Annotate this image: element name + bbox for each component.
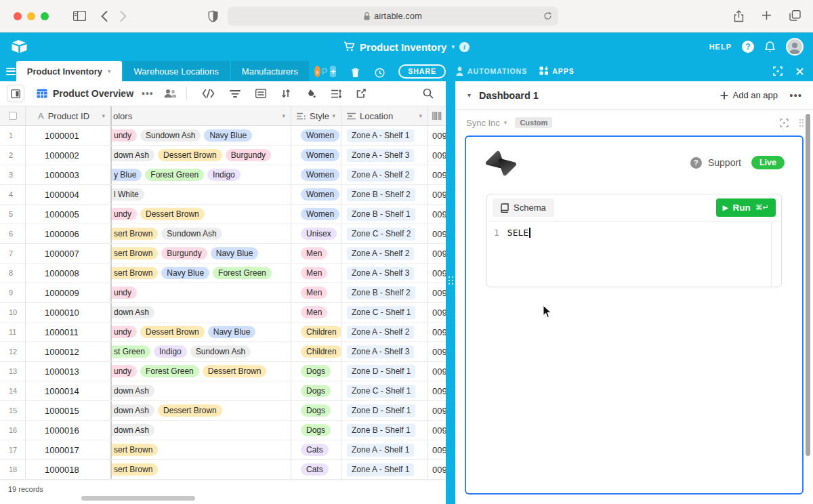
barcode-cell[interactable]: 00956 bbox=[428, 224, 446, 243]
scroll-tabs-right-icon[interactable]: › bbox=[314, 66, 320, 77]
colors-cell[interactable]: y BlueForest GreenIndigo bbox=[112, 165, 291, 184]
vertical-scrollbar[interactable] bbox=[806, 114, 810, 456]
barcode-cell[interactable]: 00973 bbox=[428, 244, 446, 263]
style-cell[interactable]: Women bbox=[291, 165, 341, 184]
minimize-window-button[interactable] bbox=[27, 12, 35, 20]
color-icon[interactable] bbox=[306, 89, 316, 98]
row-number[interactable]: 17 bbox=[0, 440, 26, 459]
trash-icon[interactable] bbox=[351, 68, 360, 78]
tab-product-inventory[interactable]: Product Inventory ▾ bbox=[16, 61, 122, 81]
column-header-location[interactable]: Location ▾ bbox=[341, 106, 428, 125]
barcode-cell[interactable]: 00921 bbox=[428, 126, 446, 145]
hide-fields-icon[interactable] bbox=[202, 89, 215, 98]
product-id-cell[interactable]: 1000006 bbox=[26, 224, 112, 243]
row-number[interactable]: 18 bbox=[0, 460, 26, 479]
colors-cell[interactable]: undyDessert Brown bbox=[112, 205, 291, 224]
location-cell[interactable]: Zone A - Shelf 2 bbox=[341, 244, 428, 263]
row-number[interactable]: 12 bbox=[0, 342, 26, 361]
barcode-cell[interactable]: 00934 bbox=[428, 440, 446, 459]
row-number[interactable]: 1 bbox=[0, 126, 26, 145]
horizontal-scrollbar[interactable] bbox=[81, 496, 195, 501]
row-number[interactable]: 6 bbox=[0, 224, 26, 243]
checkbox[interactable] bbox=[9, 112, 17, 120]
location-cell[interactable]: Zone B - Shelf 2 bbox=[341, 185, 428, 204]
row-number[interactable]: 10 bbox=[0, 303, 26, 322]
colors-cell[interactable]: l White bbox=[112, 185, 291, 204]
sort-icon[interactable] bbox=[281, 89, 291, 98]
barcode-cell[interactable]: 00961 bbox=[428, 205, 446, 224]
row-height-icon[interactable] bbox=[331, 89, 341, 98]
add-table-icon[interactable]: + bbox=[330, 66, 336, 77]
info-icon[interactable]: i bbox=[459, 42, 470, 52]
schema-button[interactable]: Schema bbox=[493, 198, 554, 217]
colors-cell[interactable]: down Ash bbox=[112, 421, 291, 440]
location-cell[interactable]: Zone A - Shelf 1 bbox=[341, 126, 428, 145]
location-cell[interactable]: Zone C - Shelf 1 bbox=[341, 303, 428, 322]
barcode-cell[interactable]: 00977 bbox=[428, 342, 446, 361]
column-header-product-id[interactable]: A Product ID ▾ bbox=[26, 106, 112, 125]
add-app-button[interactable]: Add an app bbox=[720, 90, 778, 100]
row-number[interactable]: 11 bbox=[0, 322, 26, 341]
style-cell[interactable]: Men bbox=[291, 283, 341, 302]
style-cell[interactable]: Dogs bbox=[291, 362, 341, 381]
collaborators-icon[interactable] bbox=[163, 89, 177, 98]
reload-icon[interactable] bbox=[543, 12, 552, 20]
colors-cell[interactable]: undyDessert BrownNavy Blue bbox=[112, 322, 291, 341]
zoom-window-button[interactable] bbox=[41, 12, 49, 20]
close-panel-icon[interactable] bbox=[796, 68, 804, 75]
colors-cell[interactable]: st GreenIndigoSundown Ash bbox=[112, 342, 291, 361]
product-id-cell[interactable]: 1000007 bbox=[26, 244, 112, 263]
barcode-cell[interactable]: 00973 bbox=[428, 381, 446, 400]
barcode-cell[interactable]: 00978 bbox=[428, 322, 446, 341]
location-cell[interactable]: Zone D - Shelf 1 bbox=[341, 362, 428, 381]
group-icon[interactable] bbox=[255, 89, 266, 98]
browser-forward-icon[interactable] bbox=[120, 11, 127, 22]
colors-cell[interactable]: down Ash bbox=[112, 303, 291, 322]
product-id-cell[interactable]: 1000014 bbox=[26, 381, 112, 400]
dashboard-menu-icon[interactable]: ••• bbox=[789, 89, 802, 101]
product-id-cell[interactable]: 1000005 bbox=[26, 205, 112, 224]
automations-button[interactable]: AUTOMATIONS bbox=[455, 66, 527, 76]
colors-cell[interactable]: undySundown AshNavy Blue bbox=[112, 126, 291, 145]
help-label[interactable]: HELP bbox=[709, 43, 732, 51]
style-cell[interactable]: Men bbox=[291, 303, 341, 322]
style-cell[interactable]: Children bbox=[291, 342, 341, 361]
pane-resize-handle[interactable] bbox=[446, 81, 455, 504]
style-cell[interactable]: Dogs bbox=[291, 401, 341, 420]
row-number[interactable]: 15 bbox=[0, 401, 26, 420]
user-avatar[interactable] bbox=[786, 38, 804, 56]
browser-sidebar-icon[interactable] bbox=[73, 11, 86, 21]
privacy-shield-icon[interactable] bbox=[208, 10, 218, 22]
barcode-cell[interactable]: 00934 bbox=[428, 421, 446, 440]
barcode-cell[interactable]: 00962 bbox=[428, 303, 446, 322]
product-id-cell[interactable]: 1000011 bbox=[26, 322, 112, 341]
row-number[interactable]: 2 bbox=[0, 146, 26, 165]
barcode-cell[interactable]: 00966 bbox=[428, 146, 446, 165]
barcode-cell[interactable]: 00973 bbox=[428, 460, 446, 479]
barcode-cell[interactable]: 00963 bbox=[428, 185, 446, 204]
barcode-cell[interactable]: 00947 bbox=[428, 283, 446, 302]
colors-cell[interactable]: sert Brown bbox=[112, 440, 291, 459]
product-id-cell[interactable]: 1000018 bbox=[26, 460, 112, 479]
drag-app-grip-icon[interactable] bbox=[799, 119, 804, 127]
style-cell[interactable]: Women bbox=[291, 146, 341, 165]
dashboard-title[interactable]: Dashboard 1 bbox=[479, 90, 539, 101]
filter-icon[interactable] bbox=[230, 89, 241, 98]
clipped-tab-label[interactable]: Pu bbox=[322, 66, 327, 77]
apps-button[interactable]: APPS bbox=[539, 66, 575, 76]
base-title-group[interactable]: Product Inventory ▾ i bbox=[0, 41, 813, 53]
product-id-cell[interactable]: 1000003 bbox=[26, 165, 112, 184]
style-cell[interactable]: Women bbox=[291, 126, 341, 145]
new-tab-icon[interactable] bbox=[762, 10, 772, 22]
style-cell[interactable]: Dogs bbox=[291, 421, 341, 440]
colors-cell[interactable]: sert BrownSundown Ash bbox=[112, 224, 291, 243]
chevron-down-icon[interactable]: ▾ bbox=[504, 119, 507, 126]
colors-cell[interactable]: down AshDessert Brown bbox=[112, 401, 291, 420]
product-id-cell[interactable]: 1000010 bbox=[26, 303, 112, 322]
location-cell[interactable]: Zone B - Shelf 2 bbox=[341, 283, 428, 302]
product-id-cell[interactable]: 1000013 bbox=[26, 362, 112, 381]
location-cell[interactable]: Zone C - Shelf 1 bbox=[341, 381, 428, 400]
view-options-icon[interactable]: ••• bbox=[142, 88, 154, 99]
product-id-cell[interactable]: 1000012 bbox=[26, 342, 112, 361]
browser-address-bar[interactable]: airtable.com bbox=[228, 7, 558, 26]
